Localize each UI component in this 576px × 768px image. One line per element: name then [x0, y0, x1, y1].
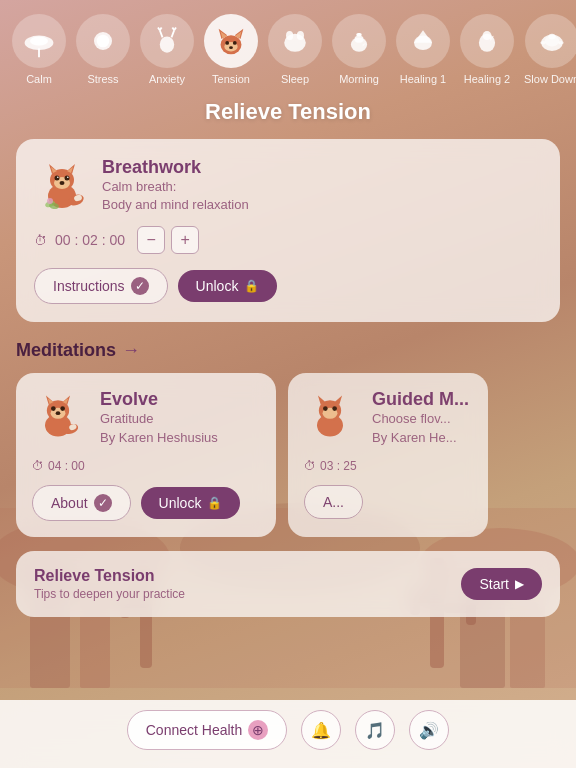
breathwork-info: Breathwork Calm breath: Body and mind re… [102, 157, 249, 214]
guided-subtitle: Choose flov... By Karen He... [372, 410, 469, 446]
category-circle-morning [332, 14, 386, 68]
bell-button[interactable]: 🔔 [301, 710, 341, 750]
instructions-button[interactable]: Instructions ✓ [34, 268, 168, 304]
evolve-time-row: ⏱ 04 : 00 [32, 459, 260, 473]
svg-point-70 [47, 198, 53, 204]
category-row: Calm Stress [0, 0, 576, 93]
timer-display: 00 : 02 : 00 [55, 232, 125, 248]
category-circle-sleep [268, 14, 322, 68]
svg-point-53 [558, 41, 563, 45]
evolve-header: Evolve Gratitude By Karen Heshusius [32, 389, 260, 446]
svg-line-25 [160, 28, 162, 31]
clock-icon: ⏱ [34, 233, 47, 248]
sound-icon: 🔊 [419, 721, 439, 740]
category-item-calm[interactable]: Calm [12, 14, 66, 85]
svg-point-35 [233, 41, 237, 45]
relieve-tension-title: Relieve Tension [34, 567, 185, 585]
connect-icon: ⊕ [248, 720, 268, 740]
relieve-tension-text: Relieve Tension Tips to deepen your prac… [34, 567, 185, 601]
svg-marker-45 [414, 30, 432, 43]
start-button[interactable]: Start ▶ [461, 568, 542, 600]
category-label-calm: Calm [26, 73, 52, 85]
evolve-subtitle: Gratitude By Karen Heshusius [100, 410, 218, 446]
sound-button[interactable]: 🔊 [409, 710, 449, 750]
category-item-healing2[interactable]: Healing 2 [460, 14, 514, 85]
category-label-healing1: Healing 1 [400, 73, 446, 85]
page-title: Relieve Tension [0, 99, 576, 125]
category-item-slowdown[interactable]: Slow Down [524, 14, 576, 85]
category-item-morning[interactable]: Morning [332, 14, 386, 85]
music-button[interactable]: 🎵 [355, 710, 395, 750]
category-item-tension[interactable]: Tension [204, 14, 258, 85]
connect-health-button[interactable]: Connect Health ⊕ [127, 710, 288, 750]
svg-point-20 [97, 35, 110, 48]
evolve-title: Evolve [100, 389, 218, 410]
timer-minus-button[interactable]: − [137, 226, 165, 254]
category-item-sleep[interactable]: Sleep [268, 14, 322, 85]
relieve-tension-subtitle: Tips to deepen your practice [34, 587, 185, 601]
guided-time: 03 : 25 [320, 459, 357, 473]
svg-point-82 [56, 411, 61, 415]
category-label-sleep: Sleep [281, 73, 309, 85]
svg-point-34 [225, 41, 229, 45]
category-label-anxiety: Anxiety [149, 73, 185, 85]
category-circle-anxiety [140, 14, 194, 68]
svg-point-65 [57, 176, 59, 178]
svg-point-80 [51, 406, 56, 411]
timer-controls: − + [137, 226, 199, 254]
meditations-row: Evolve Gratitude By Karen Heshusius ⏱ 04… [0, 373, 576, 550]
guided-info: Guided M... Choose flov... By Karen He..… [372, 389, 469, 446]
connect-health-label: Connect Health [146, 722, 243, 738]
category-circle-calm [12, 14, 66, 68]
meditations-arrow[interactable]: → [122, 340, 140, 361]
guided-card: Guided M... Choose flov... By Karen He..… [288, 373, 488, 536]
evolve-unlock-button[interactable]: Unlock 🔒 [141, 487, 241, 519]
evolve-card: Evolve Gratitude By Karen Heshusius ⏱ 04… [16, 373, 276, 536]
about-check-icon: ✓ [94, 494, 112, 512]
meditations-label: Meditations [16, 340, 116, 361]
category-item-healing1[interactable]: Healing 1 [396, 14, 450, 85]
timer-row: ⏱ 00 : 02 : 00 − + [34, 226, 542, 254]
breathwork-unlock-button[interactable]: Unlock 🔒 [178, 270, 278, 302]
svg-point-39 [297, 31, 304, 40]
evolve-info: Evolve Gratitude By Karen Heshusius [100, 389, 218, 446]
evolve-btn-row: About ✓ Unlock 🔒 [32, 485, 260, 521]
evolve-lock-icon: 🔒 [207, 496, 222, 510]
evolve-fox-icon [32, 390, 88, 446]
category-item-stress[interactable]: Stress [76, 14, 130, 85]
lock-icon: 🔒 [244, 279, 259, 293]
category-label-morning: Morning [339, 73, 379, 85]
category-circle-slowdown [525, 14, 576, 68]
category-circle-tension [204, 14, 258, 68]
meditations-section-header: Meditations → [0, 336, 576, 373]
category-label-tension: Tension [212, 73, 250, 85]
about-button[interactable]: About ✓ [32, 485, 131, 521]
svg-point-66 [67, 176, 69, 178]
svg-point-89 [332, 406, 337, 411]
category-label-stress: Stress [87, 73, 118, 85]
breathwork-subtitle: Calm breath: Body and mind relaxation [102, 178, 249, 214]
svg-point-17 [30, 37, 48, 46]
category-item-anxiety[interactable]: Anxiety [140, 14, 194, 85]
music-icon: 🎵 [365, 721, 385, 740]
breathwork-title: Breathwork [102, 157, 249, 178]
guided-about-button[interactable]: A... [304, 485, 363, 519]
svg-point-36 [229, 46, 233, 49]
main-scroll: Calm Stress [0, 0, 576, 768]
svg-point-63 [55, 175, 60, 180]
breathwork-fox-icon [34, 158, 90, 214]
guided-fox-icon [304, 390, 360, 446]
check-icon: ✓ [131, 277, 149, 295]
svg-point-64 [65, 175, 70, 180]
category-circle-stress [76, 14, 130, 68]
category-circle-healing2 [460, 14, 514, 68]
svg-line-27 [174, 28, 176, 31]
relieve-tension-card: Relieve Tension Tips to deepen your prac… [16, 551, 560, 617]
svg-point-81 [60, 406, 65, 411]
svg-point-41 [355, 36, 364, 43]
svg-point-51 [548, 34, 555, 39]
svg-point-88 [323, 406, 328, 411]
guided-btn-row: A... [304, 485, 472, 519]
timer-plus-button[interactable]: + [171, 226, 199, 254]
svg-rect-42 [356, 33, 361, 37]
